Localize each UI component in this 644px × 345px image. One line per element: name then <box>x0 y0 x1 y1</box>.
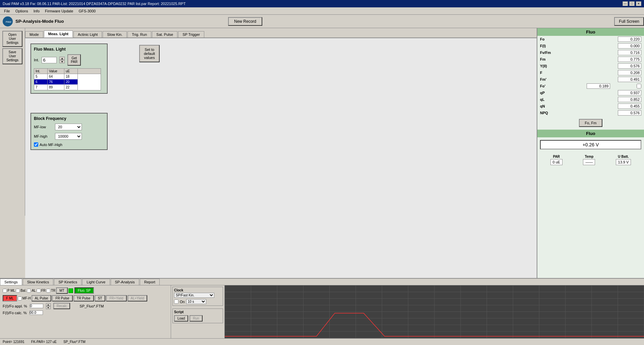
run-button[interactable]: Run <box>190 315 202 322</box>
fluo-sp-button[interactable]: Fluo. SP <box>74 287 94 294</box>
param-qp-value[interactable] <box>618 90 641 95</box>
f-ml-button[interactable]: F ML <box>3 295 17 301</box>
table-row[interactable]: 5 64 18 <box>34 74 101 79</box>
tab-actinic-light[interactable]: Actinic Light <box>73 31 102 38</box>
bottom-tab-settings[interactable]: Settings <box>0 279 22 285</box>
auto-mf-high-label: Auto MF-High <box>40 143 62 147</box>
load-button[interactable]: Load <box>174 315 188 322</box>
maximize-button[interactable]: □ <box>629 1 635 6</box>
fr-label: FR <box>41 289 46 292</box>
al-pulse-button[interactable]: AL Pulse <box>32 295 52 301</box>
cell-int-2: 7 <box>34 85 48 90</box>
open-user-settings-button[interactable]: Open User Settings <box>2 31 22 47</box>
param-yii-value[interactable] <box>618 63 641 69</box>
bottom-tab-report[interactable]: Report <box>140 279 160 285</box>
tab-trig-run[interactable]: Trig. Run <box>127 31 151 38</box>
menu-info[interactable]: Info <box>31 8 42 14</box>
fo-appl-input[interactable] <box>30 304 43 308</box>
tab-slow-kin[interactable]: Slow Kin. <box>103 31 127 38</box>
window-controls: — □ ✕ <box>623 1 641 6</box>
mf-low-select[interactable]: 20 50 100 <box>55 124 82 130</box>
menu-file[interactable]: File <box>1 8 13 14</box>
tr-pulse-button[interactable]: TR Pulse <box>73 295 94 301</box>
menu-options[interactable]: Options <box>13 8 31 14</box>
fo-appl-row: F(I)/Fo appl. % ▲ ▼ Recalc SP_Fluo*.FTM <box>1 302 169 310</box>
param-fop-value[interactable] <box>587 83 610 89</box>
param-fmp-value[interactable] <box>618 77 641 82</box>
clock-on-label: On <box>180 300 185 304</box>
al-yield-button[interactable]: AL+Yield <box>127 295 148 301</box>
get-par-button[interactable]: Get PAR <box>67 54 81 66</box>
clock-on-checkbox[interactable] <box>174 299 178 304</box>
full-screen-button[interactable]: Full Screen <box>614 17 644 26</box>
param-npq-value[interactable] <box>618 110 641 116</box>
int-down-button[interactable]: ▼ <box>59 60 65 63</box>
right-panel: Fluo Fo F(I) Fv/Fm Fm Y(II) F Fm' <box>537 28 644 278</box>
auto-mf-high-checkbox[interactable] <box>34 142 38 147</box>
bottom-params: PAR 0 uE Temp —— U Batt. 13.9 V <box>537 152 644 168</box>
int-label: Int. <box>34 58 39 62</box>
cell-value-2: 89 <box>48 85 64 90</box>
bottom-tab-light-curve[interactable]: Light Curve <box>82 279 110 285</box>
tab-sat-pulse[interactable]: Sat. Pulse <box>152 31 177 38</box>
cell-value-1: 76 <box>48 79 64 85</box>
tab-sp-trigger[interactable]: SP Trigger <box>178 31 204 38</box>
bal-label: Bal. <box>20 289 26 292</box>
bottom-content: P ML Bal. AL FR TR MT <box>0 285 644 343</box>
save-user-settings-button[interactable]: Save User Settings <box>2 48 22 64</box>
fr-pulse-button[interactable]: FR Pulse <box>52 295 72 301</box>
script-section: Script Load Run <box>172 308 223 323</box>
fo-appl-up[interactable]: ▲ <box>46 303 51 306</box>
mf-low-row: MF-low 20 50 100 <box>34 124 104 130</box>
int-input[interactable] <box>42 57 57 63</box>
param-ql-value[interactable] <box>618 97 641 102</box>
param-fm-value[interactable] <box>618 57 641 62</box>
clock-mode-select[interactable]: SP/Fast Kin. <box>174 293 214 298</box>
mf-h-checkbox[interactable] <box>18 296 22 300</box>
param-qn: qN <box>537 103 644 110</box>
p-ml-checkbox[interactable] <box>3 289 7 293</box>
fr-checkbox[interactable] <box>37 289 41 293</box>
table-row-selected[interactable]: 6 76 20 <box>34 79 101 85</box>
fo-fm-button[interactable]: Fo, Fm <box>579 119 603 127</box>
param-f-value[interactable] <box>618 70 641 75</box>
tr-checkbox[interactable] <box>46 289 50 293</box>
param-fi-value[interactable] <box>618 43 641 49</box>
fo-appl-down[interactable]: ▼ <box>46 306 51 309</box>
bottom-tab-sp-analysis[interactable]: SP-Analysis <box>111 279 139 285</box>
set-default-button[interactable]: Set to default values <box>139 45 160 62</box>
close-button[interactable]: ✕ <box>636 1 641 6</box>
fo-calc-input[interactable] <box>30 310 43 315</box>
table-row[interactable]: 7 89 22 <box>34 85 101 90</box>
clock-time-select[interactable]: 10 s 30 s 60 s <box>186 299 206 304</box>
mt-button[interactable]: MT <box>56 287 67 294</box>
cell-ue-1: 20 <box>64 79 78 85</box>
recalc-button[interactable]: Recalc <box>53 303 70 309</box>
param-fvfm-value[interactable] <box>618 50 641 55</box>
st-button[interactable]: ST <box>95 295 106 301</box>
bottom-tab-sp-kinetics[interactable]: SP Kinetics <box>54 279 82 285</box>
new-record-button[interactable]: New Record <box>228 17 262 26</box>
param-fop-checkbox[interactable] <box>637 84 641 88</box>
param-qn-value[interactable] <box>618 104 641 109</box>
cell-int-1: 6 <box>34 79 48 85</box>
param-qp-label: qP <box>540 91 560 95</box>
int-spinner: ▲ ▼ <box>59 57 65 63</box>
param-yii-label: Y(II) <box>540 64 560 68</box>
menu-gfs[interactable]: GFS-3000 <box>76 8 98 14</box>
int-table: Int. Value uE 5 64 18 6 76 20 7 89 22 <box>34 68 101 90</box>
bottom-left-controls: P ML Bal. AL FR TR MT <box>0 285 171 343</box>
param-fo-value[interactable] <box>618 37 641 42</box>
int-up-button[interactable]: ▲ <box>59 57 65 60</box>
menu-firmware[interactable]: Firmware Update <box>42 8 76 14</box>
mf-high-select[interactable]: 10000 20000 <box>55 133 82 140</box>
al-checkbox[interactable] <box>27 289 31 293</box>
main-toolbar: PAM SP-Analysis-Mode Fluo New Record Ful… <box>0 15 644 28</box>
bottom-tab-slow-kinetics[interactable]: Slow Kinetics <box>23 279 53 285</box>
minimize-button[interactable]: — <box>623 1 628 6</box>
tab-mode[interactable]: Mode <box>25 31 43 38</box>
fr-yield-button[interactable]: FR+Yield <box>106 295 126 301</box>
tab-meas-light[interactable]: Meas. Light <box>44 30 73 38</box>
bal-checkbox[interactable] <box>16 289 20 293</box>
clock-on-row: On 10 s 30 s 60 s <box>174 299 221 304</box>
